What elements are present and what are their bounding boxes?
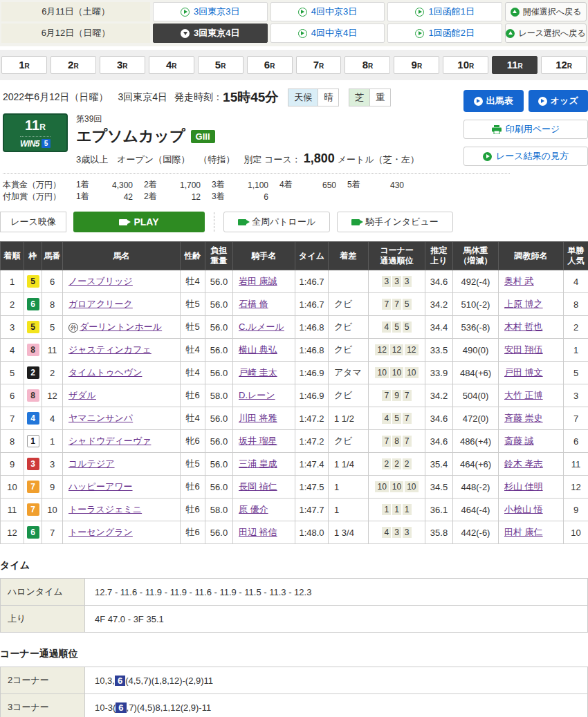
tab-race-8r[interactable]: 8R [344, 56, 390, 74]
horse-name-link[interactable]: ザダル [68, 390, 96, 400]
tab-race-1r[interactable]: 1R [1, 56, 47, 74]
waku-badge: 7 [24, 476, 42, 499]
jockey-name-link[interactable]: C.ルメール [239, 322, 284, 332]
race-date: 2022年6月12日（日曜） 3回東京4日 [3, 91, 167, 104]
horse-weight: 490(0) [453, 339, 499, 362]
trainer-cell: 田村 康仁 [499, 521, 564, 544]
back-button[interactable]: 開催選択へ戻る [505, 2, 587, 21]
trainer-name-link[interactable]: 戸田 博文 [504, 367, 543, 378]
tab-race-7r[interactable]: 7R [296, 56, 342, 74]
meeting-button[interactable]: 1回函館1日 [387, 2, 502, 21]
corner-order-value: 10-3(6,7)(4,5)8,1,12(2,9)-11 [85, 694, 588, 717]
jockey-name-link[interactable]: 三浦 皇成 [239, 458, 277, 469]
horse-name-link[interactable]: ヤマニンサンパ [68, 413, 133, 423]
prize-value: 650 [300, 180, 336, 190]
jockey-name-link[interactable]: 横山 典弘 [239, 344, 277, 355]
corner-position-box: 7 [382, 390, 391, 401]
meeting-button[interactable]: 3回東京3日 [153, 2, 268, 21]
row-value: 12.7 - 11.6 - 11.9 - 11.9 - 11.6 - 11.9 … [85, 579, 588, 606]
tab-race-5r[interactable]: 5R [198, 56, 244, 74]
waku-badge: 8 [24, 384, 42, 407]
estimated-last3f: 34.5 [425, 476, 453, 499]
jockey-name-link[interactable]: 石橋 脩 [239, 299, 268, 309]
finish-position: 9 [1, 453, 24, 476]
print-page-button[interactable]: 印刷用ページ [463, 120, 588, 139]
horse-name-link[interactable]: ガロアクリーク [68, 299, 133, 309]
carried-weight: 56.0 [205, 407, 233, 430]
jockey-name-link[interactable]: 田辺 裕信 [239, 527, 277, 537]
column-header: 調教師名 [499, 242, 564, 270]
trainer-name-link[interactable]: 奥村 武 [504, 276, 534, 286]
tab-race-3r[interactable]: 3R [100, 56, 145, 74]
tab-race-12r[interactable]: 12R [541, 56, 587, 74]
table-row: 11 7 10 トーラスジェミニ 牡6 58.0 原 優介 1:47.7 1 1… [1, 499, 588, 521]
tab-race-6r[interactable]: 6R [247, 56, 293, 74]
jockey-name-link[interactable]: 原 優介 [239, 504, 268, 514]
win-popularity: 2 [564, 316, 588, 339]
tab-race-10r[interactable]: 10R [443, 56, 488, 74]
prize-label: 付加賞（万円） [3, 191, 76, 203]
odds-button[interactable]: オッズ [529, 90, 588, 112]
tab-race-4r[interactable]: 4R [149, 56, 194, 74]
trainer-cell: 斉藤 崇史 [499, 407, 564, 430]
winner-highlight: 6 [116, 702, 126, 713]
race-round: 第39回 [76, 113, 419, 125]
trainer-name-link[interactable]: 斎藤 誠 [504, 436, 534, 446]
corner-position-box: 10 [405, 367, 418, 378]
start-time-label: 発走時刻： [174, 91, 223, 104]
trainer-name-link[interactable]: 小桧山 悟 [504, 504, 543, 514]
row-value: 4F 47.0 - 3F 35.1 [85, 606, 588, 633]
meeting-button[interactable]: 1回函館2日 [387, 24, 502, 43]
trainer-name-link[interactable]: 杉山 佳明 [504, 481, 543, 492]
horse-name-link[interactable]: ハッピーアワー [68, 481, 133, 492]
jockey-name-link[interactable]: 岩田 康誠 [239, 276, 277, 286]
date-label: 6月11日（土曜） [1, 2, 150, 21]
table-row: 8 1 1 シャドウディーヴァ 牝6 56.0 坂井 瑠星 1:47.2 クビ … [1, 430, 588, 453]
jockey-name-link[interactable]: D.レーン [239, 390, 275, 400]
patrol-video-button[interactable]: 全周パトロール [223, 212, 330, 232]
horse-number: 2 [42, 362, 63, 384]
play-button[interactable]: PLAY [73, 212, 205, 232]
horse-name-link[interactable]: タイムトゥヘヴン [68, 367, 142, 378]
jockey-name-link[interactable]: 戸崎 圭太 [239, 367, 277, 378]
sex-age: 牡4 [181, 407, 205, 430]
horse-name-link[interactable]: ジャスティンカフェ [68, 344, 151, 355]
jockey-interview-button[interactable]: 騎手インタビュー [337, 212, 453, 232]
jockey-name-link[interactable]: 坂井 瑠星 [239, 436, 277, 446]
horse-name-link[interactable]: ダーリントンホール [80, 322, 162, 332]
estimated-last3f: 34.6 [425, 407, 453, 430]
horse-name-cell: シャドウディーヴァ [63, 430, 181, 453]
trainer-name-link[interactable]: 田村 康仁 [504, 527, 543, 537]
prize-rank: 4着 [279, 179, 300, 191]
horse-name-link[interactable]: シャドウディーヴァ [68, 436, 151, 446]
trainer-name-link[interactable]: 木村 哲也 [504, 322, 543, 332]
trainer-name-link[interactable]: 大竹 正博 [504, 390, 543, 400]
tab-race-11r[interactable]: 11R [492, 56, 538, 74]
trainer-name-link[interactable]: 上原 博之 [504, 299, 543, 309]
trainer-name-link[interactable]: 鈴木 孝志 [504, 458, 543, 469]
table-row: 9 3 3 コルテジア 牡5 56.0 三浦 皇成 1:47.4 1 1/4 2… [1, 453, 588, 476]
horse-name-link[interactable]: トーセングラン [68, 527, 133, 537]
horse-name-link[interactable]: ノースブリッジ [68, 276, 133, 286]
back-button[interactable]: レース選択へ戻る [505, 24, 587, 43]
meeting-button[interactable]: 4回中京3日 [270, 2, 385, 21]
margin: クビ [329, 339, 369, 362]
horse-name-link[interactable]: コルテジア [68, 458, 115, 469]
trainer-name-link[interactable]: 安田 翔伍 [504, 344, 543, 355]
meeting-button-selected[interactable]: 3回東京4日 [153, 24, 268, 43]
corner-position-box: 10 [390, 481, 403, 492]
jockey-name-link[interactable]: 川田 将雅 [239, 413, 277, 423]
tab-race-2r[interactable]: 2R [50, 56, 96, 74]
horse-name-cell: ハッピーアワー [63, 476, 181, 499]
margin: アタマ [329, 362, 369, 384]
meeting-button[interactable]: 4回中京4日 [270, 24, 385, 43]
tab-race-9r[interactable]: 9R [394, 56, 439, 74]
waku-badge: 3 [24, 453, 42, 476]
table-row: 12 6 7 トーセングラン 牡6 56.0 田辺 裕信 1:48.0 1 3/… [1, 521, 588, 544]
trainer-name-link[interactable]: 斉藤 崇史 [504, 413, 543, 423]
jockey-name-link[interactable]: 長岡 禎仁 [239, 481, 277, 492]
corner-position-box: 10 [405, 481, 418, 492]
horse-name-link[interactable]: トーラスジェミニ [68, 504, 142, 514]
shutsuba-button[interactable]: 出馬表 [463, 90, 524, 112]
result-guide-button[interactable]: レース結果の見方 [463, 147, 588, 166]
